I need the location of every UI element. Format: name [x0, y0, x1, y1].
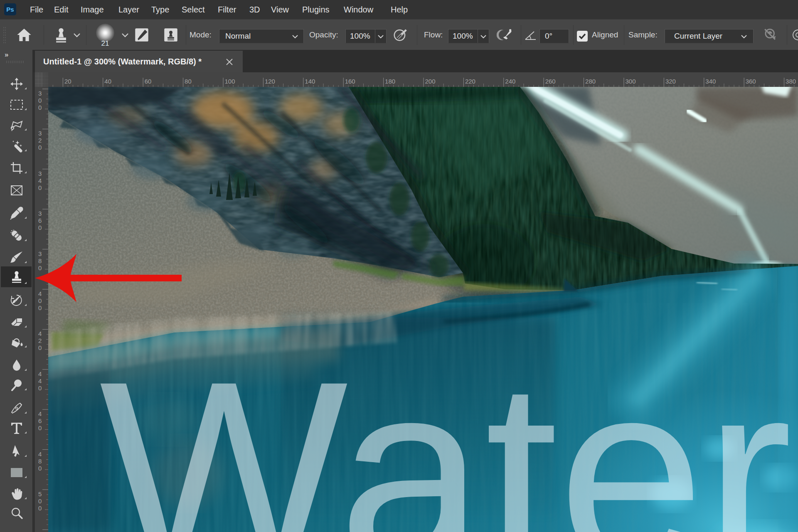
svg-text:4: 4 — [38, 177, 42, 184]
svg-text:240: 240 — [505, 78, 515, 85]
svg-text:220: 220 — [465, 78, 475, 85]
svg-text:0: 0 — [38, 465, 42, 472]
svg-text:0: 0 — [38, 224, 42, 231]
svg-text:4: 4 — [38, 330, 42, 337]
svg-text:5: 5 — [38, 490, 42, 498]
svg-text:3: 3 — [38, 90, 42, 97]
svg-text:200: 200 — [425, 78, 436, 85]
svg-text:3: 3 — [38, 130, 42, 137]
svg-text:320: 320 — [665, 78, 676, 85]
svg-text:60: 60 — [145, 78, 152, 85]
svg-text:6: 6 — [38, 217, 42, 224]
svg-text:»: » — [5, 51, 8, 59]
svg-text:180: 180 — [385, 78, 395, 85]
svg-text:0: 0 — [38, 184, 42, 191]
svg-text:100: 100 — [225, 78, 235, 85]
svg-text:0: 0 — [38, 384, 42, 392]
svg-text:0: 0 — [38, 498, 42, 505]
svg-text:8: 8 — [38, 458, 42, 465]
svg-text:380: 380 — [786, 78, 796, 85]
svg-text:6: 6 — [38, 417, 42, 424]
svg-text:340: 340 — [705, 78, 716, 85]
svg-text:140: 140 — [305, 78, 315, 85]
svg-text:2: 2 — [38, 337, 42, 344]
svg-text:40: 40 — [104, 78, 111, 85]
svg-text:4: 4 — [38, 370, 42, 377]
svg-text:20: 20 — [64, 78, 71, 85]
svg-text:4: 4 — [38, 377, 42, 384]
svg-text:3: 3 — [38, 210, 42, 217]
svg-text:360: 360 — [746, 78, 756, 85]
svg-text:0: 0 — [38, 97, 42, 104]
svg-text:80: 80 — [185, 78, 192, 85]
svg-text:280: 280 — [585, 78, 596, 85]
svg-text:0: 0 — [38, 104, 42, 111]
svg-text:4: 4 — [38, 451, 42, 458]
svg-text:120: 120 — [265, 78, 275, 85]
svg-text:0: 0 — [38, 344, 42, 351]
svg-text:4: 4 — [38, 410, 42, 417]
svg-text:0: 0 — [38, 424, 42, 431]
svg-text:260: 260 — [545, 78, 556, 85]
svg-text:2: 2 — [38, 137, 42, 144]
svg-text:0: 0 — [38, 505, 42, 512]
svg-text:300: 300 — [626, 78, 636, 85]
svg-text:3: 3 — [38, 170, 42, 177]
svg-text:160: 160 — [345, 78, 355, 85]
svg-text:0: 0 — [38, 144, 42, 151]
